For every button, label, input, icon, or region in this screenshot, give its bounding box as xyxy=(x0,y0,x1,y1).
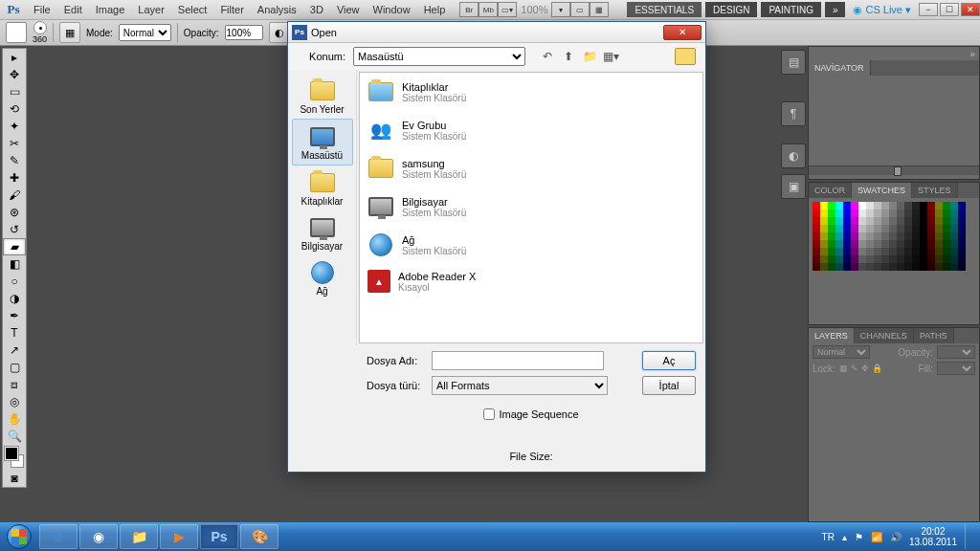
swatches-grid[interactable] xyxy=(813,202,975,271)
cancel-button[interactable]: İptal xyxy=(642,376,696,395)
dodge-tool-icon[interactable]: ◑ xyxy=(3,290,26,307)
styles-tab[interactable]: STYLES xyxy=(912,183,958,198)
filename-input[interactable] xyxy=(432,351,604,370)
pen-tool-icon[interactable]: ✒ xyxy=(3,307,26,324)
window-minimize-icon[interactable]: − xyxy=(919,3,938,16)
color-swatches[interactable] xyxy=(3,445,26,470)
navigator-tab[interactable]: NAVİGATOR xyxy=(809,60,871,76)
tray-clock[interactable]: 20:02 13.08.2011 xyxy=(909,526,957,547)
path-tool-icon[interactable]: ↗ xyxy=(3,342,26,359)
task-ie[interactable]: e xyxy=(39,524,78,549)
view-menu-icon[interactable]: ▦▾ xyxy=(602,48,619,65)
list-item[interactable]: samsungSistem Klasörü xyxy=(360,149,702,187)
blur-tool-icon[interactable]: ○ xyxy=(3,273,26,290)
arrange-icon[interactable]: ▭ xyxy=(570,2,590,17)
mini-adjustments-icon[interactable]: ◐ xyxy=(781,143,806,168)
eraser-tool-icon[interactable]: ▰ xyxy=(3,238,26,255)
type-tool-icon[interactable]: T xyxy=(3,324,26,342)
image-sequence-checkbox[interactable] xyxy=(483,408,495,420)
open-button[interactable]: Aç xyxy=(642,351,696,370)
menu-help[interactable]: Help xyxy=(417,4,453,15)
menu-file[interactable]: File xyxy=(27,4,57,15)
mini-masks-icon[interactable]: ▣ xyxy=(781,174,806,199)
shape-tool-icon[interactable]: ▢ xyxy=(3,359,26,376)
menu-edit[interactable]: Edit xyxy=(57,4,89,15)
workspace-painting[interactable]: PAINTING xyxy=(761,2,820,17)
list-item[interactable]: KitaplıklarSistem Klasörü xyxy=(360,73,702,111)
window-close-icon[interactable]: ✕ xyxy=(961,3,980,16)
layer-opacity-input[interactable] xyxy=(937,345,975,359)
camera-tool-icon[interactable]: ◎ xyxy=(3,393,26,410)
lock-position-icon[interactable]: ✥ xyxy=(861,364,869,373)
extras-icon[interactable]: ▦ xyxy=(590,2,609,17)
list-item[interactable]: 👥 Ev GrubuSistem Klasörü xyxy=(360,111,702,149)
tool-preset-icon[interactable] xyxy=(6,22,27,43)
zoom-dropdown-icon[interactable]: ▾ xyxy=(551,2,570,17)
place-recent[interactable]: Son Yerler xyxy=(292,74,353,119)
navigator-zoom-slider[interactable] xyxy=(809,165,979,175)
menu-filter[interactable]: Filter xyxy=(213,4,250,15)
gradient-tool-icon[interactable]: ◧ xyxy=(3,255,26,273)
menu-select[interactable]: Select xyxy=(171,4,214,15)
list-item[interactable]: AğSistem Klasörü xyxy=(360,226,702,264)
zoom-tool-icon[interactable]: 🔍 xyxy=(3,428,26,445)
opacity-input[interactable] xyxy=(225,25,263,40)
layers-tab[interactable]: LAYERS xyxy=(809,328,855,343)
panel-collapse-arrows-icon[interactable]: » xyxy=(809,47,979,60)
lasso-tool-icon[interactable]: ⟲ xyxy=(3,100,26,118)
tray-volume-icon[interactable]: 🔊 xyxy=(890,532,902,542)
cs-live-button[interactable]: ◉CS Live▾ xyxy=(847,4,917,16)
up-icon[interactable]: ⬆ xyxy=(560,48,577,65)
workspace-essentials[interactable]: ESSENTIALS xyxy=(627,2,702,17)
paths-tab[interactable]: PATHS xyxy=(914,328,954,343)
minibridge-icon[interactable]: Mb xyxy=(479,2,498,17)
bridge-icon[interactable]: Br xyxy=(459,2,479,17)
crop-tool-icon[interactable]: ✂ xyxy=(3,135,26,152)
lock-all-icon[interactable]: 🔒 xyxy=(872,364,882,373)
stamp-tool-icon[interactable]: ⊛ xyxy=(3,204,26,221)
place-computer[interactable]: Bilgisayar xyxy=(292,210,353,255)
favorites-icon[interactable] xyxy=(675,48,696,65)
new-folder-icon[interactable]: 📁 xyxy=(581,48,598,65)
show-desktop-button[interactable] xyxy=(965,524,972,549)
window-maximize-icon[interactable]: ☐ xyxy=(940,3,959,16)
menu-3d[interactable]: 3D xyxy=(303,4,330,15)
workspace-design[interactable]: DESIGN xyxy=(705,2,757,17)
hand-tool-icon[interactable]: ✋ xyxy=(3,410,26,428)
dialog-titlebar[interactable]: Ps Open ✕ xyxy=(288,22,705,43)
workspace-more[interactable]: » xyxy=(825,2,846,17)
3d-tool-icon[interactable]: ⧈ xyxy=(3,376,26,393)
healing-tool-icon[interactable]: ✚ xyxy=(3,169,26,187)
zoom-level[interactable]: 100% xyxy=(517,4,551,15)
list-item[interactable]: BilgisayarSistem Klasörü xyxy=(360,187,702,226)
tray-flag-icon[interactable]: ⚑ xyxy=(855,532,863,542)
brush-preset-picker[interactable]: 360 xyxy=(33,21,47,44)
layer-blend-mode-select[interactable]: Normal xyxy=(813,345,870,359)
lock-transparency-icon[interactable]: ▦ xyxy=(839,364,848,373)
brush-tool-icon[interactable]: 🖌 xyxy=(3,187,26,204)
layer-fill-input[interactable] xyxy=(937,362,975,375)
marquee-tool-icon[interactable]: ▭ xyxy=(3,83,26,100)
tray-network-icon[interactable]: 📶 xyxy=(871,532,882,542)
wand-tool-icon[interactable]: ✦ xyxy=(3,118,26,135)
brush-panel-icon[interactable]: ▦ xyxy=(59,22,80,43)
tray-show-hidden-icon[interactable]: ▴ xyxy=(842,532,847,542)
task-explorer[interactable]: 📁 xyxy=(120,524,158,549)
swatches-tab[interactable]: SWATCHES xyxy=(852,183,912,198)
start-button[interactable] xyxy=(0,522,38,551)
place-network[interactable]: Ağ xyxy=(292,255,353,300)
channels-tab[interactable]: CHANNELS xyxy=(855,328,914,343)
tray-lang[interactable]: TR xyxy=(822,532,835,542)
place-desktop[interactable]: Masaüstü xyxy=(292,119,353,165)
menu-image[interactable]: Image xyxy=(89,4,132,15)
list-item[interactable]: ▲ Adobe Reader XKısayol xyxy=(360,264,702,298)
eyedropper-tool-icon[interactable]: ✎ xyxy=(3,152,26,169)
menu-analysis[interactable]: Analysis xyxy=(251,4,303,15)
collapse-toolbox-icon[interactable]: ▸ xyxy=(3,49,26,66)
dialog-close-icon[interactable]: ✕ xyxy=(663,25,702,40)
history-brush-tool-icon[interactable]: ↺ xyxy=(3,221,26,238)
place-libraries[interactable]: Kitaplıklar xyxy=(292,165,353,210)
task-chrome[interactable]: ◉ xyxy=(79,524,118,549)
task-paint[interactable]: 🎨 xyxy=(240,524,278,549)
foreground-swatch[interactable] xyxy=(5,447,18,460)
